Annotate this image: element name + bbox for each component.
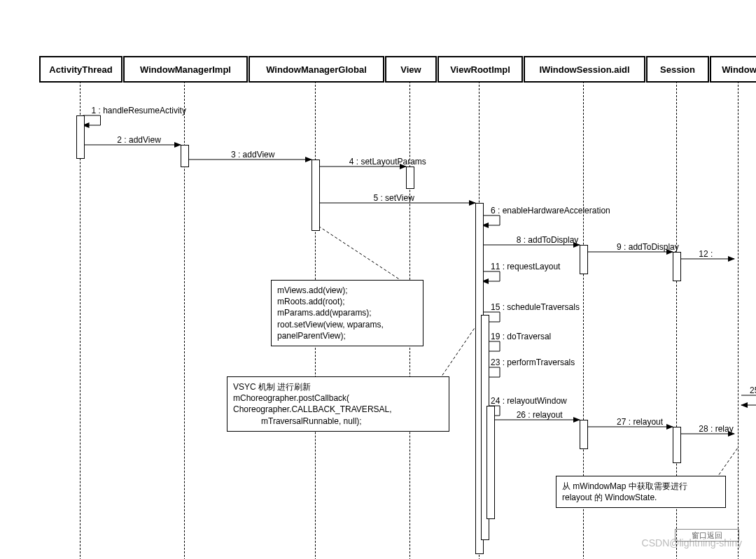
message-label: 4 : setLayoutParams: [349, 157, 426, 167]
message-label: 3 : addView: [231, 150, 275, 160]
sequence-diagram: CSDN@lightning-shiny 窗口返回 ActivityThread…: [0, 0, 756, 559]
lifeline-WindowManagerService: [738, 81, 738, 559]
message-label: 11 : requestLayout: [491, 262, 560, 271]
activation: [76, 115, 85, 159]
message-label: 8 : addToDisplay: [517, 235, 579, 245]
message-label: 9 : addToDisplay: [617, 242, 679, 252]
activation: [486, 406, 495, 519]
participant-View: View: [385, 56, 437, 83]
message-label: 26 : relayout: [517, 410, 563, 420]
message-label: 28 : relay: [699, 424, 733, 434]
participant-ViewRootImpl: ViewRootImpl: [438, 56, 523, 83]
note: 从 mWindowMap 中获取需要进行 relayout 的 WindowSt…: [556, 476, 726, 508]
message-label: 24 : relayoutWindow: [491, 396, 567, 406]
message-label: 27 : relayout: [617, 417, 663, 427]
activation: [580, 245, 588, 274]
participant-ActivityThread: ActivityThread: [39, 56, 122, 83]
cut-label: 窗口返回: [675, 529, 739, 542]
message-label: 25 : no: [750, 385, 756, 395]
activation: [406, 167, 414, 189]
message-label: 1 : handleResumeActivity: [92, 106, 186, 115]
participant-WindowManagerGlobal: WindowManagerGlobal: [248, 56, 384, 83]
participant-WindowManagerImpl: WindowManagerImpl: [123, 56, 248, 83]
note: VSYC 机制 进行刷新 mChoreographer.postCallback…: [227, 376, 449, 432]
svg-line-11: [437, 322, 479, 383]
activation: [673, 427, 681, 463]
message-label: 23 : performTraversals: [491, 358, 575, 367]
participant-IWindowSession: IWindowSession.aidl: [524, 56, 645, 83]
note: mViews.add(view); mRoots.add(root); mPar…: [271, 280, 424, 346]
message-label: 15 : scheduleTraversals: [491, 302, 580, 312]
message-label: 5 : setView: [373, 193, 414, 203]
participant-WindowManagerService: Window: [710, 56, 756, 83]
message-label: 2 : addView: [117, 135, 161, 145]
svg-line-10: [315, 224, 411, 287]
message-label: 12 :: [699, 249, 713, 259]
message-label: 6 : enableHardwareAcceleration: [491, 206, 610, 215]
activation: [312, 160, 320, 231]
activation: [580, 420, 588, 449]
activation: [673, 252, 681, 281]
participant-Session: Session: [646, 56, 709, 83]
message-label: 19 : doTraversal: [491, 332, 551, 341]
activation: [181, 145, 189, 167]
